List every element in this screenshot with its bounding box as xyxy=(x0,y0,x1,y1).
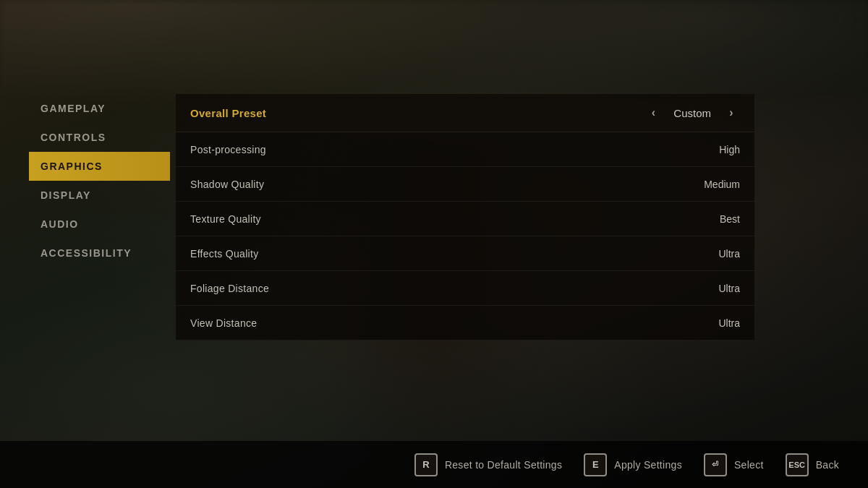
key-badge-apply: E xyxy=(584,453,607,476)
settings-row-overall-preset[interactable]: Overall Preset ‹ Custom › xyxy=(176,94,754,132)
key-badge-reset: R xyxy=(414,453,438,476)
sidebar-item-graphics[interactable]: GRAPHICS xyxy=(29,152,170,181)
row-label-overall-preset: Overall Preset xyxy=(190,107,266,119)
key-label-reset: Reset to Default Settings xyxy=(445,459,562,471)
row-label-effects-quality: Effects Quality xyxy=(190,248,259,260)
sidebar-item-controls[interactable]: CONTROLS xyxy=(29,123,170,152)
key-label-apply: Apply Settings xyxy=(614,459,682,471)
arrow-right-overall-preset[interactable]: › xyxy=(723,104,740,121)
settings-row-texture-quality[interactable]: Texture Quality Best xyxy=(176,202,754,236)
bottom-bar: R Reset to Default Settings E Apply Sett… xyxy=(0,441,868,488)
key-label-select: Select xyxy=(734,459,764,471)
action-select[interactable]: ⏎ Select xyxy=(704,453,764,476)
action-apply[interactable]: E Apply Settings xyxy=(584,453,682,476)
row-value-view-distance: Ultra xyxy=(718,317,740,329)
row-label-texture-quality: Texture Quality xyxy=(190,213,261,225)
row-value-foliage-distance: Ultra xyxy=(718,283,740,294)
key-badge-select: ⏎ xyxy=(704,453,727,476)
row-value-post-processing: High xyxy=(719,144,740,155)
sidebar-item-display[interactable]: DISPLAY xyxy=(29,181,170,210)
row-label-post-processing: Post-processing xyxy=(190,144,266,155)
row-label-view-distance: View Distance xyxy=(190,317,257,329)
row-value-texture-quality: Best xyxy=(720,213,740,225)
row-value-effects-quality: Ultra xyxy=(718,248,740,260)
action-back[interactable]: ESC Back xyxy=(786,453,839,476)
sidebar: GAMEPLAY CONTROLS GRAPHICS DISPLAY AUDIO… xyxy=(0,94,170,267)
ui-layer: GAMEPLAY CONTROLS GRAPHICS DISPLAY AUDIO… xyxy=(0,0,868,488)
key-label-back: Back xyxy=(816,459,839,471)
row-label-foliage-distance: Foliage Distance xyxy=(190,283,269,294)
settings-panel: Overall Preset ‹ Custom › Post-processin… xyxy=(176,94,754,341)
settings-row-effects-quality[interactable]: Effects Quality Ultra xyxy=(176,236,754,271)
settings-row-shadow-quality[interactable]: Shadow Quality Medium xyxy=(176,167,754,202)
row-label-shadow-quality: Shadow Quality xyxy=(190,179,264,190)
row-value-overall-preset: ‹ Custom › xyxy=(644,104,740,121)
settings-row-post-processing[interactable]: Post-processing High xyxy=(176,132,754,167)
arrow-left-overall-preset[interactable]: ‹ xyxy=(644,104,662,121)
settings-row-view-distance[interactable]: View Distance Ultra xyxy=(176,306,754,341)
sidebar-item-audio[interactable]: AUDIO xyxy=(29,210,170,239)
sidebar-item-accessibility[interactable]: ACCESSIBILITY xyxy=(29,239,170,267)
action-reset[interactable]: R Reset to Default Settings xyxy=(414,453,562,476)
settings-row-foliage-distance[interactable]: Foliage Distance Ultra xyxy=(176,271,754,306)
row-value-shadow-quality: Medium xyxy=(704,179,740,190)
sidebar-item-gameplay[interactable]: GAMEPLAY xyxy=(29,94,170,123)
key-badge-back: ESC xyxy=(786,453,809,476)
